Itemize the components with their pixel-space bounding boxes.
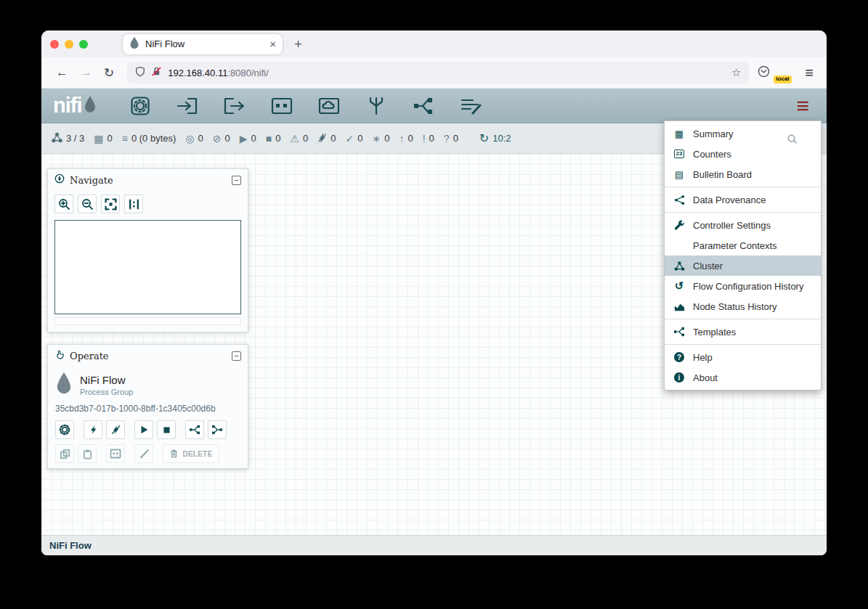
menu-item-templates[interactable]: Templates — [665, 322, 821, 342]
area-chart-icon — [673, 301, 686, 312]
close-window-button[interactable] — [50, 40, 59, 49]
zoom-window-button[interactable] — [79, 40, 88, 49]
group-snippet-button[interactable] — [106, 444, 125, 463]
counters-icon: 23 — [673, 150, 686, 158]
refresh-status[interactable]: ↻ 10:2 — [479, 131, 511, 145]
menu-divider — [665, 319, 821, 319]
browser-menu-icon[interactable]: ≡ — [805, 65, 814, 81]
not-transmitting-icon: ⊘ — [213, 134, 222, 144]
nifi-global-menu-icon[interactable]: ≡ — [796, 95, 809, 117]
menu-label: Cluster — [693, 261, 723, 271]
menu-item-node-status-history[interactable]: Node Status History — [665, 296, 821, 316]
provenance-icon — [673, 195, 686, 205]
about-info-icon: i — [673, 372, 686, 383]
configuration-gear-button[interactable] — [55, 420, 74, 439]
menu-label: Controller Settings — [693, 220, 771, 231]
breadcrumb[interactable]: NiFi Flow — [49, 540, 92, 551]
running-icon: ▶ — [240, 134, 248, 144]
copy-button[interactable] — [55, 444, 74, 463]
zoom-fit-button[interactable] — [101, 195, 120, 213]
enable-bolt-button[interactable] — [84, 420, 102, 439]
url-text[interactable]: 192.168.40.11:8080/nifi/ — [168, 68, 726, 78]
process-group-component-icon[interactable] — [270, 96, 293, 116]
window-controls — [50, 40, 88, 49]
url-bar[interactable]: 192.168.40.11:8080/nifi/ ☆ — [127, 62, 749, 83]
status-queued: ≡ 0 (0 bytes) — [122, 133, 177, 144]
pocket-icon[interactable] — [758, 65, 770, 81]
processor-component-icon[interactable] — [129, 96, 152, 116]
output-port-component-icon[interactable] — [223, 96, 246, 116]
menu-item-data-provenance[interactable]: Data Provenance — [665, 189, 821, 210]
tab-bar: NiFi Flow × + — [41, 30, 827, 57]
menu-item-cluster[interactable]: Cluster — [665, 256, 821, 276]
selected-component-id: 35cbd3b7-017b-1000-8bff-1c3405c00d6b — [48, 398, 248, 420]
back-icon[interactable]: ← — [56, 65, 68, 80]
menu-item-flow-configuration-history[interactable]: ↺ Flow Configuration History — [665, 276, 821, 296]
reload-icon[interactable]: ↻ — [104, 65, 114, 81]
zoom-actual-size-button[interactable] — [124, 195, 143, 213]
paste-button[interactable] — [78, 444, 97, 463]
menu-label: Data Provenance — [693, 195, 766, 205]
profile-avatar[interactable]: local — [779, 65, 796, 81]
menu-label: Counters — [693, 149, 731, 160]
stop-button[interactable] — [157, 420, 176, 439]
remote-process-group-component-icon[interactable] — [317, 96, 341, 116]
collapse-operate-icon[interactable]: − — [232, 351, 241, 361]
new-tab-button[interactable]: + — [294, 36, 302, 52]
start-play-button[interactable] — [134, 420, 153, 439]
component-toolbar — [129, 96, 482, 116]
menu-label: Flow Configuration History — [693, 281, 803, 292]
operate-title: Operate — [70, 351, 227, 361]
browser-toolbar: ← → ↻ 192.168.40.11:8080/nifi/ ☆ local ≡ — [41, 57, 827, 89]
funnel-component-icon[interactable] — [365, 96, 388, 116]
template-component-icon[interactable] — [412, 96, 435, 116]
operate-buttons-row-1 — [48, 420, 248, 444]
forward-icon[interactable]: → — [80, 65, 92, 80]
stopped-icon: ■ — [266, 134, 272, 144]
search-icon[interactable] — [787, 134, 798, 147]
url-path: :8080/nifi/ — [227, 68, 268, 78]
refresh-icon[interactable]: ↻ — [479, 131, 489, 145]
zoom-in-button[interactable] — [54, 195, 73, 213]
queued-list-icon: ≡ — [122, 134, 128, 144]
status-connected-nodes: 3 / 3 — [52, 132, 84, 144]
compass-icon — [54, 173, 65, 187]
locally-modified-stale-icon: ! — [423, 134, 426, 144]
status-not-transmitting: ⊘ 0 — [213, 133, 230, 144]
menu-label: Help — [693, 352, 713, 363]
permissions-shield-icon[interactable] — [135, 66, 145, 80]
browser-tab[interactable]: NiFi Flow × — [123, 34, 283, 54]
status-transmitting: ◎ 0 — [185, 133, 203, 144]
birdseye-view[interactable] — [54, 220, 241, 314]
zoom-out-button[interactable] — [78, 195, 97, 213]
minimize-window-button[interactable] — [65, 40, 73, 49]
status-stale: ↑ 0 — [399, 133, 413, 144]
operate-palette: Operate − NiFi Flow Process Group 35cbd3… — [47, 344, 248, 469]
hand-pointer-icon — [54, 349, 65, 363]
history-icon: ↺ — [673, 279, 686, 293]
insecure-lock-icon[interactable] — [151, 66, 162, 80]
upload-flow-button[interactable] — [185, 420, 204, 439]
menu-item-bulletin-board[interactable]: ▤ Bulletin Board — [665, 164, 821, 184]
input-port-component-icon[interactable] — [176, 96, 199, 116]
change-color-brush-button[interactable] — [134, 444, 153, 463]
menu-divider — [665, 187, 821, 187]
delete-button[interactable]: DELETE — [163, 444, 219, 463]
menu-label: Templates — [693, 327, 736, 338]
navigate-title: Navigate — [70, 175, 227, 186]
bookmark-star-icon[interactable]: ☆ — [731, 66, 741, 79]
label-component-icon[interactable] — [459, 96, 482, 116]
menu-label: About — [693, 372, 718, 383]
birdseye-brush[interactable] — [54, 317, 241, 325]
menu-item-about[interactable]: i About — [665, 367, 821, 388]
cluster-icon — [673, 261, 686, 271]
close-tab-icon[interactable]: × — [269, 38, 276, 50]
menu-item-controller-settings[interactable]: Controller Settings — [665, 215, 821, 235]
menu-item-help[interactable]: ? Help — [665, 347, 821, 367]
disable-bolt-slash-button[interactable] — [106, 420, 125, 439]
status-running: ▶ 0 — [240, 133, 256, 144]
nifi-app: nifi — [41, 89, 827, 555]
menu-item-parameter-contexts[interactable]: Parameter Contexts — [665, 235, 821, 256]
download-flow-button[interactable] — [208, 420, 227, 439]
collapse-navigate-icon[interactable]: − — [232, 176, 241, 185]
